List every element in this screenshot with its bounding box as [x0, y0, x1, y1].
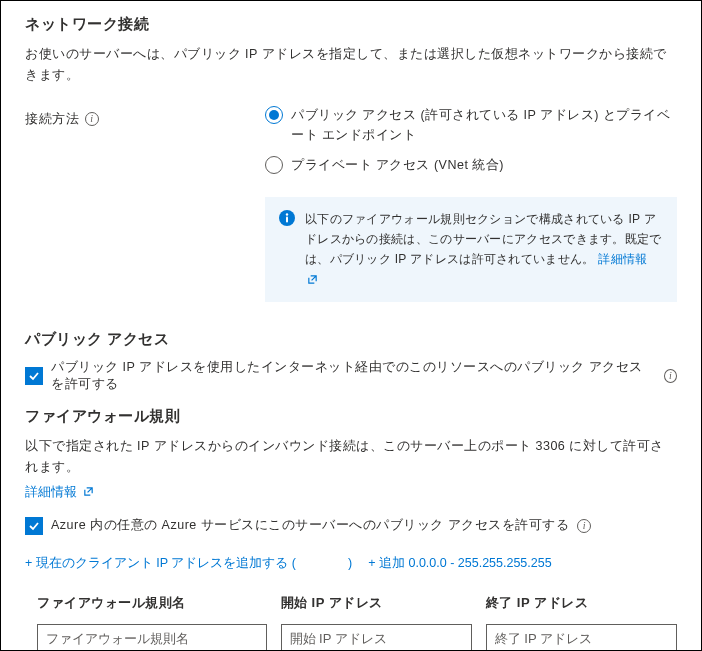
- public-access-checkbox-label: パブリック IP アドレスを使用したインターネット経由でのこのリソースへのパブリ…: [51, 359, 656, 393]
- info-icon[interactable]: i: [664, 369, 677, 383]
- check-icon: [28, 520, 40, 532]
- add-client-ip-link[interactable]: + 現在のクライアント IP アドレスを追加する ( ): [25, 555, 352, 572]
- radio-public-access[interactable]: パブリック アクセス (許可されている IP アドレス) とプライベート エンド…: [265, 105, 677, 145]
- check-icon: [28, 370, 40, 382]
- info-icon[interactable]: i: [85, 112, 99, 126]
- external-link-icon: [307, 274, 318, 285]
- azure-services-checkbox-label: Azure 内の任意の Azure サービスにこのサーバーへのパブリック アクセ…: [51, 517, 569, 534]
- firewall-title: ファイアウォール規則: [25, 407, 677, 426]
- azure-services-checkbox[interactable]: [25, 517, 43, 535]
- network-title: ネットワーク接続: [25, 15, 677, 34]
- firewall-start-ip-input[interactable]: [281, 624, 472, 651]
- info-icon[interactable]: i: [577, 519, 591, 533]
- svg-point-1: [286, 213, 288, 215]
- info-callout: 以下のファイアウォール規則セクションで構成されている IP アドレスからの接続は…: [265, 197, 677, 303]
- firewall-rule-name-input[interactable]: [37, 624, 267, 651]
- radio-public-label: パブリック アクセス (許可されている IP アドレス) とプライベート エンド…: [291, 105, 677, 145]
- firewall-rules-table: ファイアウォール規則名 開始 IP アドレス 終了 IP アドレス: [37, 594, 677, 651]
- public-access-title: パブリック アクセス: [25, 330, 677, 349]
- col-header-end: 終了 IP アドレス: [486, 594, 677, 612]
- public-access-checkbox[interactable]: [25, 367, 43, 385]
- radio-private-label: プライベート アクセス (VNet 統合): [291, 155, 504, 175]
- radio-private-access[interactable]: プライベート アクセス (VNet 統合): [265, 155, 677, 175]
- info-icon: [279, 210, 295, 226]
- network-desc: お使いのサーバーへは、パブリック IP アドレスを指定して、または選択した仮想ネ…: [25, 44, 677, 87]
- firewall-more-link[interactable]: 詳細情報: [25, 484, 94, 499]
- col-header-start: 開始 IP アドレス: [281, 594, 472, 612]
- col-header-name: ファイアウォール規則名: [37, 594, 267, 612]
- add-range-link[interactable]: + 追加 0.0.0.0 - 255.255.255.255: [368, 555, 551, 572]
- radio-icon: [265, 156, 283, 174]
- svg-rect-2: [286, 216, 288, 222]
- connection-method-label: 接続方法: [25, 111, 79, 128]
- firewall-desc: 以下で指定された IP アドレスからのインバウンド接続は、このサーバー上のポート…: [25, 436, 677, 479]
- firewall-end-ip-input[interactable]: [486, 624, 677, 651]
- radio-icon-selected: [265, 106, 283, 124]
- external-link-icon: [83, 486, 94, 497]
